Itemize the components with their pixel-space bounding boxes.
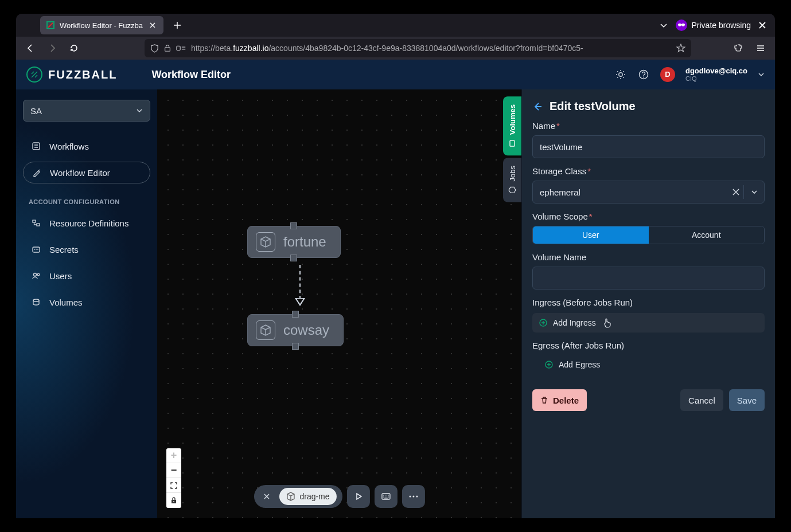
- page-title: Workflow Editor: [151, 69, 231, 81]
- node-handle-bottom[interactable]: [290, 255, 297, 261]
- svg-rect-2: [177, 46, 180, 50]
- side-tab-volumes[interactable]: Volumes: [503, 96, 521, 155]
- side-tab-jobs[interactable]: Jobs: [503, 158, 521, 202]
- avatar[interactable]: D: [660, 67, 675, 82]
- drag-pill: drag-me: [254, 485, 342, 508]
- sidebar: SA Workflows Workflow Editor ACCOUNT CON…: [16, 89, 157, 518]
- sidebar-item-volumes[interactable]: Volumes: [23, 291, 150, 313]
- brand-name: FUZZBALL: [48, 68, 117, 81]
- users-icon: [31, 271, 41, 280]
- svg-rect-8: [37, 224, 40, 226]
- new-tab-icon[interactable]: [169, 17, 185, 33]
- scope-user-button[interactable]: User: [533, 226, 649, 244]
- account-selector[interactable]: SA: [23, 100, 150, 122]
- resource-icon: [31, 218, 41, 228]
- edge-line: [299, 265, 301, 299]
- user-menu[interactable]: dgodlove@ciq.co CIQ: [685, 67, 747, 82]
- sidebar-item-label: Workflow Editor: [50, 168, 110, 178]
- nav-forward-icon: [44, 40, 61, 57]
- sidebar-item-label: Workflows: [49, 142, 89, 151]
- account-selector-value: SA: [30, 106, 42, 116]
- shield-icon[interactable]: [150, 44, 159, 53]
- workflow-node-cowsay[interactable]: cowsay: [247, 314, 344, 346]
- url-text: https://beta.fuzzball.io/accounts/4ba982…: [191, 44, 672, 53]
- sidebar-item-secrets[interactable]: Secrets: [23, 238, 150, 260]
- save-button[interactable]: Save: [729, 389, 765, 411]
- svg-point-13: [34, 273, 37, 276]
- permissions-icon[interactable]: [176, 44, 186, 52]
- private-browsing-label: Private browsing: [692, 21, 751, 30]
- nav-back-icon[interactable]: [22, 40, 39, 57]
- zoom-out-button[interactable]: −: [166, 463, 181, 478]
- node-handle-top[interactable]: [292, 311, 299, 318]
- more-button[interactable]: [402, 485, 425, 508]
- mask-icon: [676, 19, 687, 31]
- workflow-node-fortune[interactable]: fortune: [247, 226, 341, 258]
- storage-class-label: Storage Class*: [532, 166, 765, 176]
- clear-icon[interactable]: [732, 189, 739, 195]
- egress-label: Egress (After Jobs Run): [532, 341, 765, 350]
- delete-button[interactable]: Delete: [532, 389, 587, 411]
- volumes-icon: [31, 298, 41, 307]
- add-ingress-button[interactable]: Add Ingress: [532, 313, 765, 332]
- volumes-icon: [508, 139, 516, 147]
- editor-icon: [32, 168, 42, 177]
- keyboard-button[interactable]: [375, 485, 398, 508]
- volume-scope-label: Volume Scope*: [532, 212, 765, 221]
- name-input[interactable]: [532, 135, 765, 158]
- sidebar-item-users[interactable]: Users: [23, 265, 150, 287]
- user-menu-chevron-icon[interactable]: [758, 71, 765, 78]
- brand-logo[interactable]: FUZZBALL: [26, 66, 117, 83]
- volume-name-input[interactable]: [532, 267, 765, 290]
- storage-class-select[interactable]: [532, 181, 765, 204]
- nav-reload-icon[interactable]: [65, 40, 83, 57]
- svg-point-19: [409, 496, 411, 498]
- node-handle-top[interactable]: [290, 222, 297, 229]
- svg-point-20: [412, 496, 414, 498]
- bookmark-star-icon[interactable]: [676, 44, 685, 53]
- tabs-list-icon[interactable]: [660, 21, 668, 29]
- add-egress-button[interactable]: Add Egress: [532, 355, 765, 374]
- zoom-lock-button[interactable]: [166, 493, 181, 508]
- chevron-down-icon: [136, 107, 143, 114]
- edit-volume-panel: Edit testVolume Name* Storage Class*: [521, 89, 775, 518]
- sidebar-item-label: Volumes: [49, 298, 83, 307]
- svg-point-14: [37, 273, 40, 276]
- secrets-icon: [31, 245, 41, 254]
- lock-icon[interactable]: [163, 44, 172, 52]
- url-bar[interactable]: https://beta.fuzzball.io/accounts/4ba982…: [145, 39, 691, 57]
- sidebar-item-workflow-editor[interactable]: Workflow Editor: [23, 162, 150, 183]
- help-icon[interactable]: [637, 68, 650, 81]
- user-org: CIQ: [685, 75, 747, 82]
- window-close-icon[interactable]: [759, 22, 766, 29]
- tab-title: Workflow Editor - Fuzzba: [60, 21, 143, 30]
- plus-circle-icon: [545, 361, 553, 369]
- sidebar-item-workflows[interactable]: Workflows: [23, 135, 150, 157]
- svg-rect-7: [33, 220, 36, 222]
- canvas-bottom-toolbar: drag-me: [254, 485, 424, 508]
- svg-rect-6: [33, 143, 40, 150]
- sidebar-item-label: Resource Definitions: [49, 218, 128, 228]
- chevron-down-icon[interactable]: [751, 189, 758, 195]
- sidebar-section-label: ACCOUNT CONFIGURATION: [23, 194, 150, 208]
- run-button[interactable]: [347, 485, 370, 508]
- pill-close-icon[interactable]: [259, 490, 273, 503]
- zoom-in-button[interactable]: +: [166, 448, 181, 463]
- extensions-icon[interactable]: [730, 40, 747, 57]
- zoom-controls: + −: [166, 448, 181, 508]
- tab-close-icon[interactable]: [147, 20, 158, 30]
- app-menu-icon[interactable]: [752, 40, 769, 57]
- workflow-canvas[interactable]: fortune cowsay Volum: [157, 89, 521, 518]
- private-browsing-indicator: Private browsing: [676, 19, 751, 31]
- cancel-button[interactable]: Cancel: [680, 389, 723, 411]
- panel-back-icon[interactable]: [532, 101, 543, 112]
- svg-point-17: [173, 501, 174, 502]
- node-handle-bottom[interactable]: [292, 343, 299, 350]
- zoom-fit-button[interactable]: [166, 478, 181, 493]
- scope-account-button[interactable]: Account: [649, 226, 765, 244]
- drag-chip[interactable]: drag-me: [279, 488, 336, 505]
- theme-toggle-icon[interactable]: [614, 68, 627, 81]
- browser-tab[interactable]: Workflow Editor - Fuzzba: [40, 16, 163, 34]
- sidebar-item-resource-definitions[interactable]: Resource Definitions: [23, 212, 150, 234]
- node-label: cowsay: [283, 322, 329, 338]
